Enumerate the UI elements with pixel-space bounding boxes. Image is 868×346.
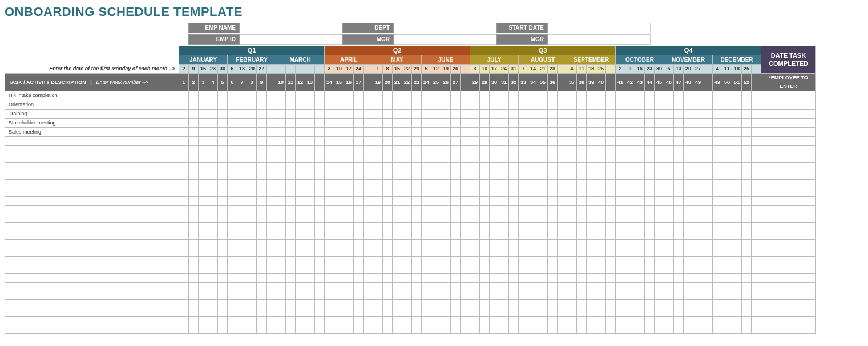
schedule-cell[interactable] bbox=[218, 308, 228, 317]
schedule-cell[interactable] bbox=[237, 188, 247, 197]
schedule-cell[interactable] bbox=[286, 128, 296, 137]
date-completed-cell[interactable] bbox=[761, 257, 816, 265]
schedule-cell[interactable] bbox=[693, 154, 703, 163]
schedule-cell[interactable] bbox=[635, 223, 645, 231]
week-number[interactable]: 52 bbox=[742, 74, 752, 91]
date-cell[interactable]: 10 bbox=[480, 65, 490, 74]
schedule-cell[interactable] bbox=[199, 188, 208, 197]
schedule-cell[interactable] bbox=[577, 128, 587, 137]
schedule-cell[interactable] bbox=[616, 119, 625, 128]
schedule-cell[interactable] bbox=[431, 308, 441, 317]
schedule-cell[interactable] bbox=[354, 291, 364, 300]
schedule-cell[interactable] bbox=[257, 171, 267, 180]
schedule-cell[interactable] bbox=[596, 171, 606, 180]
schedule-cell[interactable] bbox=[267, 283, 276, 291]
week-number[interactable]: 25 bbox=[431, 74, 441, 91]
schedule-cell[interactable] bbox=[228, 110, 237, 119]
schedule-cell[interactable] bbox=[684, 223, 693, 231]
schedule-cell[interactable] bbox=[655, 154, 664, 163]
schedule-cell[interactable] bbox=[674, 146, 684, 154]
schedule-cell[interactable] bbox=[538, 300, 548, 308]
schedule-cell[interactable] bbox=[674, 300, 684, 308]
schedule-cell[interactable] bbox=[558, 180, 567, 188]
schedule-cell[interactable] bbox=[451, 231, 461, 240]
schedule-cell[interactable] bbox=[179, 128, 189, 137]
schedule-cell[interactable] bbox=[461, 119, 470, 128]
schedule-cell[interactable] bbox=[742, 240, 752, 248]
schedule-cell[interactable] bbox=[412, 119, 422, 128]
schedule-cell[interactable] bbox=[538, 180, 548, 188]
schedule-cell[interactable] bbox=[286, 146, 296, 154]
schedule-cell[interactable] bbox=[383, 180, 393, 188]
schedule-cell[interactable] bbox=[344, 171, 354, 180]
schedule-cell[interactable] bbox=[742, 325, 752, 334]
schedule-cell[interactable] bbox=[538, 274, 548, 283]
schedule-cell[interactable] bbox=[538, 171, 548, 180]
schedule-cell[interactable] bbox=[587, 325, 596, 334]
schedule-cell[interactable] bbox=[344, 223, 354, 231]
schedule-cell[interactable] bbox=[528, 283, 538, 291]
week-number[interactable]: 24 bbox=[422, 74, 431, 91]
schedule-cell[interactable] bbox=[470, 248, 480, 257]
schedule-cell[interactable] bbox=[519, 248, 528, 257]
schedule-cell[interactable] bbox=[296, 119, 305, 128]
schedule-cell[interactable] bbox=[480, 197, 490, 206]
week-number[interactable]: 48 bbox=[684, 74, 693, 91]
date-cell[interactable] bbox=[558, 65, 567, 74]
schedule-cell[interactable] bbox=[461, 274, 470, 283]
schedule-cell[interactable] bbox=[616, 128, 625, 137]
week-number[interactable]: 49 bbox=[693, 74, 703, 91]
schedule-cell[interactable] bbox=[664, 128, 674, 137]
schedule-cell[interactable] bbox=[480, 119, 490, 128]
schedule-cell[interactable] bbox=[480, 206, 490, 214]
schedule-cell[interactable] bbox=[208, 137, 218, 146]
schedule-cell[interactable] bbox=[179, 248, 189, 257]
schedule-cell[interactable] bbox=[596, 180, 606, 188]
input-mgr2[interactable] bbox=[548, 34, 651, 45]
schedule-cell[interactable] bbox=[558, 128, 567, 137]
schedule-cell[interactable] bbox=[189, 154, 199, 163]
schedule-cell[interactable] bbox=[577, 231, 587, 240]
week-number[interactable]: 8 bbox=[247, 74, 257, 91]
schedule-cell[interactable] bbox=[470, 308, 480, 317]
week-number[interactable]: 7 bbox=[237, 74, 247, 91]
schedule-cell[interactable] bbox=[286, 291, 296, 300]
schedule-cell[interactable] bbox=[693, 197, 703, 206]
schedule-cell[interactable] bbox=[402, 308, 412, 317]
schedule-cell[interactable] bbox=[218, 100, 228, 110]
schedule-cell[interactable] bbox=[354, 206, 364, 214]
schedule-cell[interactable] bbox=[412, 163, 422, 171]
schedule-cell[interactable] bbox=[645, 197, 655, 206]
schedule-cell[interactable] bbox=[364, 163, 373, 171]
schedule-cell[interactable] bbox=[228, 265, 237, 274]
schedule-cell[interactable] bbox=[470, 325, 480, 334]
schedule-cell[interactable] bbox=[189, 300, 199, 308]
schedule-cell[interactable] bbox=[218, 146, 228, 154]
schedule-cell[interactable] bbox=[422, 265, 431, 274]
schedule-cell[interactable] bbox=[713, 231, 722, 240]
schedule-cell[interactable] bbox=[228, 274, 237, 283]
schedule-cell[interactable] bbox=[383, 163, 393, 171]
schedule-cell[interactable] bbox=[422, 119, 431, 128]
schedule-cell[interactable] bbox=[354, 119, 364, 128]
schedule-cell[interactable] bbox=[480, 291, 490, 300]
schedule-cell[interactable] bbox=[645, 283, 655, 291]
schedule-cell[interactable] bbox=[567, 146, 577, 154]
schedule-cell[interactable] bbox=[267, 240, 276, 248]
schedule-cell[interactable] bbox=[422, 325, 431, 334]
schedule-cell[interactable] bbox=[441, 231, 451, 240]
schedule-cell[interactable] bbox=[218, 257, 228, 265]
week-number[interactable]: 4 bbox=[208, 74, 218, 91]
schedule-cell[interactable] bbox=[451, 274, 461, 283]
schedule-cell[interactable] bbox=[732, 137, 742, 146]
schedule-cell[interactable] bbox=[674, 283, 684, 291]
schedule-cell[interactable] bbox=[305, 317, 315, 325]
schedule-cell[interactable] bbox=[257, 91, 267, 100]
schedule-cell[interactable] bbox=[596, 240, 606, 248]
schedule-cell[interactable] bbox=[305, 308, 315, 317]
schedule-cell[interactable] bbox=[393, 308, 402, 317]
schedule-cell[interactable] bbox=[742, 291, 752, 300]
schedule-cell[interactable] bbox=[364, 197, 373, 206]
schedule-cell[interactable] bbox=[296, 248, 305, 257]
schedule-cell[interactable] bbox=[490, 197, 499, 206]
